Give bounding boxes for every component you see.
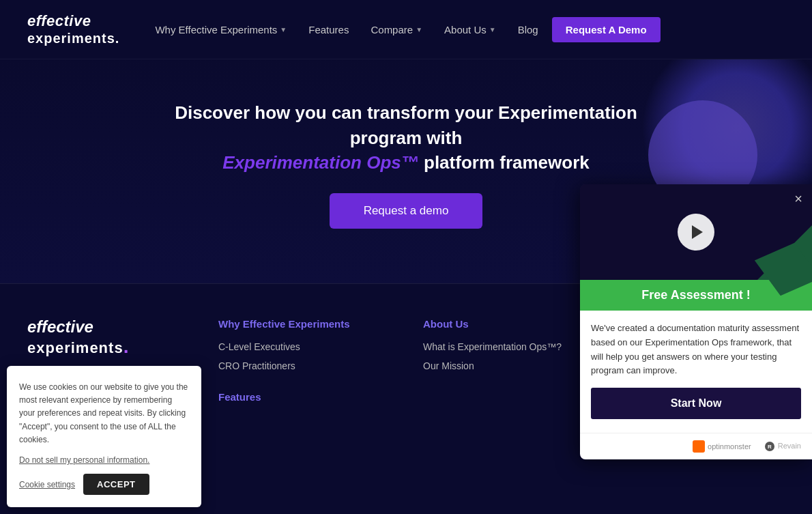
- nav-cta-button[interactable]: Request A Demo: [552, 17, 661, 42]
- revain-logo: R Revain: [765, 442, 801, 451]
- logo[interactable]: effective experiments.: [27, 12, 119, 46]
- cookie-text: We use cookies on our website to give yo…: [19, 381, 189, 446]
- footer-col-why: Why Effective Experiments C-Level Execut…: [218, 318, 409, 414]
- hero-heading: Discover how you can transform your Expe…: [167, 100, 645, 175]
- footer-logo-line1: effective: [27, 318, 205, 336]
- nav-item-compare: Compare ▼: [362, 18, 431, 41]
- modal-body-text: We've created a documentation maturity a…: [591, 322, 801, 378]
- cookie-accept-button[interactable]: ACCEPT: [83, 474, 149, 495]
- logo-line2: experiments.: [27, 30, 119, 46]
- modal-body: We've created a documentation maturity a…: [580, 311, 812, 433]
- hero-cta-button[interactable]: Request a demo: [330, 193, 483, 229]
- modal-footer: optinmonster R Revain: [580, 433, 812, 459]
- svg-text:R: R: [768, 444, 772, 450]
- footer-link-what-is[interactable]: What is Experimentation Ops™?: [423, 341, 562, 352]
- footer-link-cro[interactable]: CRO Practitioners: [218, 360, 295, 371]
- optinmonster-text: optinmonster: [708, 442, 751, 451]
- nav-link-about[interactable]: About Us ▼: [436, 18, 504, 41]
- footer-logo-line2: experiments.: [27, 336, 205, 358]
- nav-link-why[interactable]: Why Effective Experiments ▼: [147, 18, 295, 41]
- chevron-down-icon: ▼: [416, 26, 422, 33]
- footer-col-features-heading[interactable]: Features: [218, 391, 409, 403]
- optinmonster-icon: [693, 440, 705, 453]
- chevron-down-icon: ▼: [280, 26, 287, 33]
- cookie-no-sell-link[interactable]: Do not sell my personal information.: [19, 455, 149, 465]
- modal-assessment-title: Free Assessment !: [591, 288, 801, 302]
- nav-list: Why Effective Experiments ▼ Features Com…: [147, 17, 785, 42]
- nav-link-compare[interactable]: Compare ▼: [362, 18, 431, 41]
- nav-item-why: Why Effective Experiments ▼: [147, 18, 295, 41]
- hero-highlight: Experimentation Ops™: [222, 152, 419, 173]
- footer-link-c-level[interactable]: C-Level Executives: [218, 341, 300, 352]
- footer-col-why-heading[interactable]: Why Effective Experiments: [218, 318, 409, 330]
- green-triangle-decoration: [757, 225, 812, 280]
- nav-item-blog: Blog: [510, 18, 547, 41]
- cookie-buttons: Cookie settings ACCEPT: [19, 474, 189, 495]
- assessment-modal: × Free Assessment ! We've created a docu…: [580, 184, 812, 459]
- footer-col-why-list: C-Level Executives CRO Practitioners: [218, 341, 409, 372]
- cookie-settings-button[interactable]: Cookie settings: [19, 480, 75, 489]
- main-nav: effective experiments. Why Effective Exp…: [0, 0, 812, 59]
- nav-item-cta: Request A Demo: [552, 17, 661, 42]
- modal-video-area: [580, 184, 812, 280]
- modal-close-button[interactable]: ×: [794, 191, 802, 207]
- chevron-down-icon: ▼: [489, 26, 496, 33]
- revain-icon: R: [765, 442, 774, 451]
- logo-line1: effective: [27, 12, 119, 30]
- play-button[interactable]: [678, 214, 714, 251]
- nav-link-blog[interactable]: Blog: [510, 18, 547, 41]
- cookie-banner: We use cookies on our website to give yo…: [7, 366, 201, 507]
- optinmonster-logo: optinmonster: [693, 440, 751, 453]
- nav-item-features: Features: [300, 18, 357, 41]
- modal-start-button[interactable]: Start Now: [591, 388, 801, 419]
- list-item: CRO Practitioners: [218, 360, 409, 372]
- nav-item-about: About Us ▼: [436, 18, 504, 41]
- footer-logo: effective experiments.: [27, 318, 205, 358]
- nav-link-features[interactable]: Features: [300, 18, 357, 41]
- footer-link-mission[interactable]: Our Mission: [423, 360, 474, 371]
- list-item: C-Level Executives: [218, 341, 409, 353]
